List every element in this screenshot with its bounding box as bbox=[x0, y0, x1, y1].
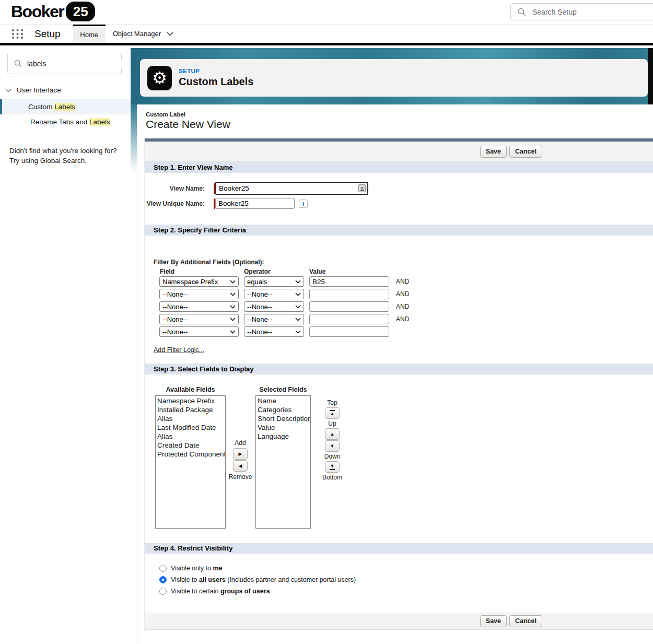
step1-body: View Name: ▲ View Unique Name: i bbox=[145, 173, 653, 225]
available-fields-listbox[interactable]: Namespace PrefixInstalled PackageAliasLa… bbox=[155, 395, 226, 529]
list-option[interactable]: Protected Component bbox=[156, 450, 225, 459]
search-highlight: Labels bbox=[54, 103, 75, 111]
list-option[interactable]: Alias bbox=[156, 414, 225, 423]
bottom-label: Bottom bbox=[322, 474, 342, 481]
tree-section-user-interface[interactable]: User Interface bbox=[0, 74, 131, 99]
and-joiner-label: AND bbox=[396, 315, 412, 323]
list-option[interactable]: Namespace Prefix bbox=[156, 396, 225, 405]
booker-logo: Booker 25 bbox=[11, 2, 95, 21]
selected-fields-listbox[interactable]: NameCategoriesShort DescriptionValueLang… bbox=[255, 395, 311, 529]
list-option[interactable]: Short Description bbox=[256, 414, 310, 423]
list-option[interactable]: Name bbox=[256, 396, 310, 405]
step3-body: Available Fields Selected Fields Namespa… bbox=[145, 374, 653, 543]
view-unique-name-input[interactable] bbox=[215, 198, 295, 209]
banner-card: ⚙ SETUP Custom Labels bbox=[140, 59, 648, 97]
down-arrow-icon: ▼ bbox=[330, 464, 335, 469]
up-arrow-icon: ▲ bbox=[330, 412, 335, 416]
chevron-down-icon bbox=[295, 280, 301, 284]
bottom-button-toolbar: Save Cancel bbox=[145, 613, 653, 630]
filter-row: --None-- --None-- AND bbox=[159, 314, 653, 324]
list-option[interactable]: Alias bbox=[156, 432, 225, 441]
step4-header: Step 4. Restrict Visibility bbox=[145, 543, 653, 554]
value-input-3[interactable] bbox=[309, 301, 389, 312]
list-option[interactable]: Created Date bbox=[156, 441, 225, 450]
list-option[interactable]: Installed Package bbox=[156, 405, 225, 414]
sidebar-item-rename-tabs-and-labels[interactable]: Rename Tabs and Labels bbox=[0, 114, 131, 130]
value-input-4[interactable] bbox=[309, 314, 389, 324]
chevron-down-icon bbox=[5, 88, 11, 92]
radio-visible-only-to-me[interactable]: Visible only to me bbox=[159, 563, 653, 574]
radio-visible-to-all-users[interactable]: Visible to all users (Includes partner a… bbox=[159, 574, 653, 586]
operator-select-4[interactable]: --None-- bbox=[244, 314, 304, 324]
add-filter-logic-link[interactable]: Add Filter Logic... bbox=[154, 346, 204, 354]
move-down-button[interactable]: ▼ bbox=[325, 440, 340, 452]
operator-select-3[interactable]: --None-- bbox=[244, 301, 304, 312]
left-arrow-icon: ◀ bbox=[239, 464, 242, 469]
field-select-1[interactable]: Namespace Prefix bbox=[159, 276, 239, 287]
save-button[interactable]: Save bbox=[480, 146, 507, 158]
tree-section-label: User Interface bbox=[17, 86, 61, 94]
radio-button-icon[interactable] bbox=[159, 576, 167, 583]
chevron-down-icon bbox=[295, 318, 301, 321]
application-window: Booker 25 Setup Home Object Manag bbox=[0, 0, 653, 644]
top-button-toolbar: Save Cancel bbox=[145, 142, 653, 162]
add-button[interactable]: ▶ bbox=[233, 448, 248, 460]
cancel-button-bottom[interactable]: Cancel bbox=[509, 615, 542, 627]
remove-button[interactable]: ◀ bbox=[233, 460, 248, 472]
list-option[interactable]: Last Modified Date bbox=[156, 423, 225, 432]
move-bottom-button[interactable]: ▼ bbox=[325, 461, 340, 473]
sidebar-footer-text: Didn't find what you're looking for? Try… bbox=[0, 130, 131, 166]
autofill-icon[interactable]: ▲ bbox=[358, 184, 366, 192]
value-input-5[interactable] bbox=[309, 326, 389, 337]
right-arrow-icon: ▶ bbox=[239, 452, 242, 456]
top-header: Booker 25 bbox=[0, 0, 653, 25]
setup-nav-bar: Setup Home Object Manager bbox=[0, 25, 653, 45]
sidebar-item-custom-labels[interactable]: Custom Labels bbox=[0, 99, 131, 114]
cancel-button[interactable]: Cancel bbox=[509, 146, 542, 158]
app-name: Setup bbox=[34, 28, 61, 40]
remove-label: Remove bbox=[229, 473, 252, 481]
value-input-2[interactable] bbox=[309, 289, 389, 299]
list-option[interactable]: Value bbox=[256, 423, 310, 432]
chevron-down-icon bbox=[295, 330, 301, 334]
sidebar-search-input[interactable] bbox=[27, 60, 122, 68]
down-label: Down bbox=[324, 453, 341, 460]
field-select-3[interactable]: --None-- bbox=[159, 301, 239, 312]
value-input-1[interactable] bbox=[309, 276, 389, 287]
step3-header: Step 3. Select Fields to Display bbox=[145, 364, 653, 374]
save-button-bottom[interactable]: Save bbox=[480, 615, 507, 627]
top-label: Top bbox=[327, 399, 337, 406]
chevron-down-icon bbox=[230, 330, 236, 334]
tab-object-manager[interactable]: Object Manager bbox=[106, 25, 183, 43]
radio-visible-to-certain-groups[interactable]: Visible to certain groups of users bbox=[159, 586, 653, 597]
page-title: Create New View bbox=[146, 118, 653, 131]
step4-body: Visible only to me Visible to all users … bbox=[145, 554, 653, 613]
list-option[interactable]: Language bbox=[256, 432, 310, 441]
field-select-5[interactable]: --None-- bbox=[159, 326, 239, 337]
search-setup-input[interactable] bbox=[532, 8, 653, 16]
info-icon[interactable]: i bbox=[299, 200, 308, 208]
chevron-down-icon bbox=[167, 32, 173, 36]
move-up-button[interactable]: ▲ bbox=[325, 428, 340, 440]
field-select-2[interactable]: --None-- bbox=[159, 289, 239, 299]
chevron-down-icon bbox=[295, 292, 301, 296]
view-name-input[interactable] bbox=[215, 182, 368, 195]
column-header-value: Value bbox=[309, 268, 389, 275]
operator-select-2[interactable]: --None-- bbox=[244, 289, 304, 299]
radio-button-icon[interactable] bbox=[159, 588, 167, 595]
sidebar-search-box bbox=[7, 53, 122, 74]
radio-button-icon[interactable] bbox=[159, 565, 167, 572]
operator-select-5[interactable]: --None-- bbox=[244, 326, 304, 337]
chevron-down-icon bbox=[230, 305, 236, 309]
field-select-4[interactable]: --None-- bbox=[159, 314, 239, 324]
tab-home[interactable]: Home bbox=[73, 25, 106, 43]
up-label: Up bbox=[328, 420, 336, 427]
move-top-button[interactable]: ▲ bbox=[325, 407, 340, 419]
logo-text: Booker bbox=[11, 2, 64, 21]
selected-fields-label: Selected Fields bbox=[255, 386, 311, 393]
list-option[interactable]: Categories bbox=[256, 405, 310, 414]
app-launcher-waffle-icon[interactable] bbox=[11, 28, 24, 40]
chevron-down-icon bbox=[295, 305, 301, 309]
banner-dark-edge bbox=[648, 48, 653, 104]
operator-select-1[interactable]: equals bbox=[244, 276, 304, 287]
